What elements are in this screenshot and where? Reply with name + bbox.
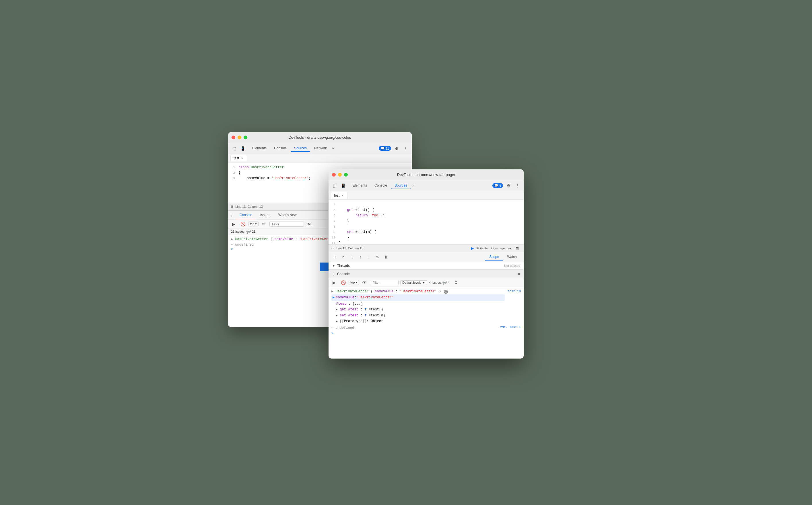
stepover-btn[interactable]: ⤵ (349, 254, 355, 260)
console-menu-dots[interactable]: ⋮ (331, 272, 335, 276)
tab-more-front[interactable]: » (411, 182, 416, 189)
toolbar-back: ⬚ 📱 Elements Console Sources Network » 💬… (228, 143, 412, 154)
tab-sources-back[interactable]: Sources (291, 145, 310, 152)
code-line-5: 5 get #test() { (329, 207, 524, 213)
eye-btn-back[interactable]: 👁 (260, 221, 268, 227)
issues-icon-back: 💬 (246, 229, 251, 233)
coverage-front: Coverage: n/a (491, 246, 511, 250)
code-line-4: 4 (329, 202, 524, 207)
whatsnew-tab-back[interactable]: What's New (274, 211, 301, 219)
device-btn-front[interactable]: 📱 (339, 183, 347, 189)
code-area-front: 4 5 get #test() { 6 return 'foo' ; (329, 200, 524, 244)
settings-btn-front[interactable]: ⚙ (505, 183, 512, 189)
close-button-back[interactable] (232, 136, 235, 139)
play-btn-front[interactable]: ▶ (330, 280, 338, 286)
tab-more-back[interactable]: » (331, 145, 335, 152)
window-title-front: DevTools - chrome://new-tab-page/ (397, 173, 455, 177)
obj-ref-link[interactable]: test:13 (507, 289, 521, 294)
inspect-btn-front[interactable]: ⬚ (331, 183, 338, 189)
status-bar-front: {} Line 13, Column 13 ▶ ⌘+Enter Coverage… (329, 244, 524, 252)
file-tab-back[interactable]: test ✕ (230, 155, 247, 161)
issues-num-back: 21 (252, 230, 255, 233)
prop-set-test: ▶ set #test : f #test(n) (331, 313, 505, 318)
traffic-lights-front (332, 173, 348, 177)
top-select-front[interactable]: top ▾ (349, 280, 359, 285)
deactivate-btn[interactable]: ✎ (374, 254, 381, 260)
badge-front: 💬 4 (492, 183, 503, 188)
more-btn-front[interactable]: ⋮ (514, 183, 521, 189)
minimize-button-front[interactable] (338, 173, 342, 177)
file-tab-close-back[interactable]: ✕ (240, 157, 244, 160)
tab-elements-back[interactable]: Elements (249, 145, 270, 152)
more-btn-back[interactable]: ⋮ (402, 145, 410, 152)
minimize-button-back[interactable] (238, 136, 241, 139)
toolbar-right-front: 💬 4 ⚙ ⋮ (492, 183, 521, 189)
scope-tabs-front: Scope Watch (485, 254, 521, 261)
file-tab-close-front[interactable]: ✕ (341, 194, 344, 197)
highlighted-row: ▶ someValue : "HasPrivateGetter" (331, 294, 505, 301)
obj-tree: ▶ HasPrivateGetter { someValue : 'HasPri… (331, 289, 505, 324)
titlebar-front: DevTools - chrome://new-tab-page/ (329, 169, 524, 180)
expand-btn-front[interactable]: ⬒ (513, 245, 521, 251)
badge-count-back: 21 (386, 147, 389, 150)
settings-btn-back[interactable]: ⚙ (393, 145, 400, 152)
play-btn-back[interactable]: ▶ (230, 221, 237, 227)
prop-prototype: ▶ [[Prototype]]: Object (331, 318, 505, 324)
vm-ref-link[interactable]: VM52 test:1 (500, 325, 521, 330)
toolbar-front: ⬚ 📱 Elements Console Sources » 💬 4 ⚙ ⋮ (329, 180, 524, 191)
issues-num-front: 4 (448, 281, 449, 284)
prop-test: #test : (...) (331, 301, 505, 307)
maximize-button-back[interactable] (244, 136, 247, 139)
traffic-lights-back (232, 136, 247, 139)
curly-brace-icon-front: {} (331, 246, 333, 250)
stepin-btn[interactable]: ↓ (366, 254, 372, 260)
inspect-btn-back[interactable]: ⬚ (230, 145, 238, 152)
tab-console-front[interactable]: Console (371, 182, 390, 189)
shortcut-front: ⌘+Enter (476, 246, 489, 250)
filter-input-back[interactable] (269, 221, 304, 227)
eye-btn-front[interactable]: 👁 (361, 280, 368, 286)
tab-bar-back: test ✕ (228, 154, 412, 163)
file-tab-name-front: test (334, 193, 339, 197)
close-button-front[interactable] (332, 173, 336, 177)
console-panel-close[interactable]: ✕ (517, 272, 521, 276)
stepout-btn[interactable]: ↑ (357, 254, 363, 260)
block-btn-back[interactable]: 🚫 (239, 221, 246, 227)
run-btn-front[interactable]: ▶ (471, 246, 474, 250)
pause-btn[interactable]: ⏸ (331, 254, 338, 260)
tab-sources-front[interactable]: Sources (391, 182, 411, 189)
issues-tab-back[interactable]: Issues (256, 211, 274, 219)
tab-console-back[interactable]: Console (270, 145, 290, 152)
file-tab-name-back: test (234, 156, 239, 160)
console-content-front: ▶ HasPrivateGetter { someValue : 'HasPri… (329, 287, 524, 337)
device-btn-back[interactable]: 📱 (239, 145, 246, 152)
obj-header-line: ▶ HasPrivateGetter { someValue : 'HasPri… (331, 289, 505, 294)
filter-input-front[interactable] (370, 280, 398, 285)
tab-group-back: Elements Console Sources Network » (249, 145, 335, 152)
resume-btn[interactable]: ↺ (340, 254, 346, 260)
console-tab-back[interactable]: Console (236, 211, 256, 219)
tab-network-back[interactable]: Network (311, 145, 330, 152)
tab-group-front: Elements Console Sources » (349, 182, 416, 189)
scope-tab-watch[interactable]: Watch (503, 254, 521, 261)
file-tab-front[interactable]: test ✕ (331, 192, 347, 199)
tab-elements-front[interactable]: Elements (349, 182, 370, 189)
issues-icon-front: 💬 (443, 281, 447, 285)
gear-btn-front[interactable]: ⚙ (453, 280, 460, 286)
code-line-8: 8 (329, 224, 524, 229)
console-prompt-front[interactable]: > (331, 332, 521, 336)
block-btn-front[interactable]: 🚫 (339, 280, 347, 286)
code-line-7: 7 } (329, 219, 524, 224)
devtools-window-front: DevTools - chrome://new-tab-page/ ⬚ 📱 El… (329, 169, 524, 359)
issues-count-front: 4 Issues: 💬 4 (429, 281, 449, 285)
console-more-btn-back[interactable]: ⋮ (228, 212, 236, 218)
maximize-button-front[interactable] (344, 173, 348, 177)
issues-count-label-front: 4 Issues: (429, 281, 442, 284)
breakall-btn[interactable]: ⏸ (383, 254, 389, 260)
top-select-back[interactable]: top ▾ (248, 221, 258, 226)
threads-expand-icon[interactable]: ▼ (332, 264, 335, 268)
scope-tab-scope[interactable]: Scope (485, 254, 503, 261)
default-label-back: De... (307, 222, 313, 226)
window-title-back: DevTools - drafts.csswg.org/css-color/ (288, 135, 351, 140)
default-levels-front[interactable]: Default levels ▼ (400, 280, 427, 285)
